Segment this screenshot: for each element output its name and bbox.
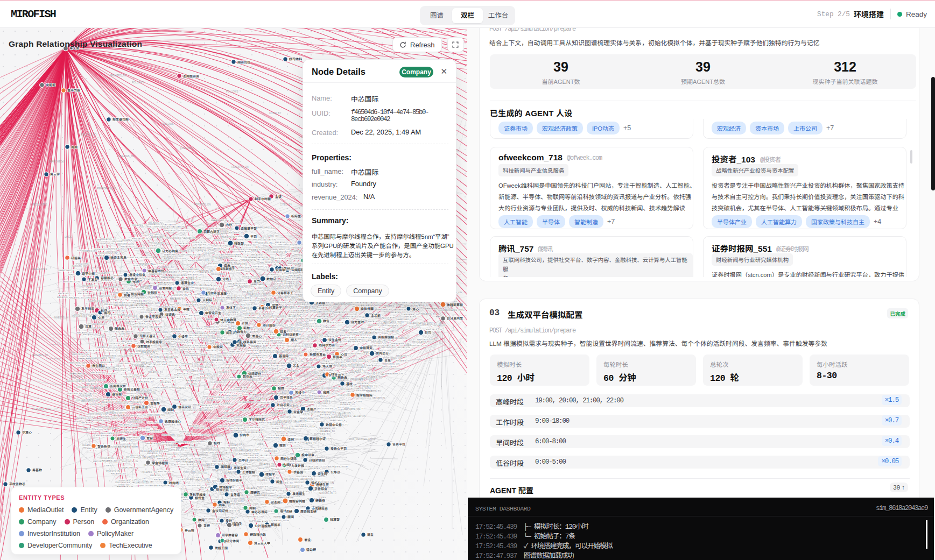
svg-text:态半生资: 态半生资 (234, 465, 247, 470)
svg-text:REPORTS_ON: REPORTS_ON (202, 449, 219, 451)
svg-text:RELATES_TO: RELATES_TO (188, 424, 204, 427)
svg-text:INVESTS_IN: INVESTS_IN (199, 270, 213, 272)
svg-text:PERFORMS_ON: PERFORMS_ON (183, 471, 201, 473)
svg-text:INFLUENCES_VALUATION: INFLUENCES_VALUATION (72, 315, 102, 317)
svg-text:REGULATES: REGULATES (254, 438, 268, 441)
svg-text:REPORTS_ON: REPORTS_ON (205, 349, 221, 352)
svg-text:FOLLOWS: FOLLOWS (132, 364, 144, 366)
svg-text:CITED_BY: CITED_BY (162, 352, 174, 355)
svg-text:RELATES_TO: RELATES_TO (192, 327, 207, 330)
svg-text:RELATES_TO: RELATES_TO (275, 257, 290, 260)
svg-text:CITED_BY: CITED_BY (261, 447, 273, 450)
svg-text:造服基平智: 造服基平智 (241, 226, 257, 231)
svg-text:LIKES: LIKES (287, 317, 294, 320)
svg-text:INFLUENCES_VALUATION: INFLUENCES_VALUATION (256, 362, 285, 365)
svg-text:计统时资份: 计统时资份 (309, 458, 325, 463)
svg-text:能股公基技: 能股公基技 (124, 387, 140, 392)
svg-text:PERFORMS_ON: PERFORMS_ON (97, 187, 116, 190)
svg-text:INVESTS_IN: INVESTS_IN (179, 430, 193, 433)
svg-text:分线: 分线 (222, 277, 229, 281)
svg-text:COLLABORATES_WITH: COLLABORATES_WITH (179, 303, 206, 306)
svg-text:PERFORMS_ON: PERFORMS_ON (147, 414, 165, 416)
svg-text:投线: 投线 (214, 441, 220, 445)
svg-text:SUPPLIES_TO: SUPPLIES_TO (204, 419, 221, 422)
svg-text:内数告力: 内数告力 (234, 329, 247, 334)
svg-text:RELATES_TO: RELATES_TO (250, 426, 265, 429)
svg-text:RELATES_TO: RELATES_TO (212, 359, 228, 361)
svg-text:RELATES_TO: RELATES_TO (114, 414, 129, 417)
svg-text:PERFORMS_ON: PERFORMS_ON (271, 248, 290, 251)
svg-text:FOLLOWS: FOLLOWS (180, 147, 192, 150)
svg-text:平统告数芯: 平统告数芯 (9, 481, 25, 486)
svg-text:SEARCHED_F: SEARCHED_F (69, 372, 86, 375)
svg-text:RELATES_TO: RELATES_TO (357, 382, 373, 385)
svg-text:RELATES_TO: RELATES_TO (259, 463, 275, 465)
svg-text:分券算系工: 分券算系工 (277, 290, 293, 295)
svg-text:RELATES_TO: RELATES_TO (251, 431, 267, 434)
svg-text:RELATES_TO: RELATES_TO (82, 250, 97, 252)
svg-text:INVESTS_IN: INVESTS_IN (106, 349, 120, 352)
svg-text:REPORTS_ON: REPORTS_ON (272, 286, 289, 288)
svg-text:FOLLOWS: FOLLOWS (174, 463, 186, 466)
svg-text:LIKES: LIKES (129, 284, 136, 287)
svg-text:FOLLOWS: FOLLOWS (279, 371, 291, 374)
svg-text:CITED_BY: CITED_BY (84, 296, 96, 299)
svg-text:REPORTS_ON: REPORTS_ON (122, 460, 138, 463)
svg-text:RELATES_TO: RELATES_TO (367, 364, 383, 367)
svg-text:RELATES_TO: RELATES_TO (186, 320, 202, 323)
svg-text:半研生: 半研生 (116, 436, 126, 441)
svg-text:系半线资: 系半线资 (81, 306, 94, 311)
svg-text:内制: 内制 (249, 506, 256, 511)
svg-text:RELATES_TO: RELATES_TO (69, 296, 85, 299)
svg-text:SEARCHED_F: SEARCHED_F (340, 401, 356, 404)
svg-text:基统: 基统 (346, 381, 353, 386)
svg-text:REGULATES: REGULATES (140, 450, 154, 452)
svg-text:REPORTS_ON: REPORTS_ON (158, 470, 174, 473)
svg-text:研能半: 研能半 (71, 256, 81, 260)
svg-text:REPORTS_ON: REPORTS_ON (371, 341, 388, 343)
svg-text:FOLLOWS: FOLLOWS (158, 259, 170, 261)
svg-text:芯金: 芯金 (293, 363, 299, 368)
svg-text:算研: 算研 (233, 522, 240, 527)
svg-text:REPORTS_ON: REPORTS_ON (223, 412, 239, 414)
svg-text:业金摩: 业金摩 (293, 409, 303, 414)
svg-text:数金市息: 数金市息 (124, 277, 137, 281)
svg-text:CITED_BY: CITED_BY (383, 344, 395, 347)
svg-text:REPORTS_ON: REPORTS_ON (346, 360, 362, 363)
svg-text:WAS_DELAYED_UNTIL: WAS_DELAYED_UNTIL (349, 438, 376, 441)
svg-text:SUPPLIES_TO: SUPPLIES_TO (306, 371, 323, 373)
svg-text:务云字: 务云字 (50, 172, 60, 176)
svg-text:RELATES_TO: RELATES_TO (80, 428, 95, 430)
svg-text:内内: 内内 (71, 145, 78, 150)
svg-text:SUPPLIES_TO: SUPPLIES_TO (93, 419, 109, 422)
svg-text:REPORTS_ON: REPORTS_ON (112, 335, 128, 338)
svg-text:REPORTS_ON: REPORTS_ON (231, 166, 249, 168)
svg-text:RELATES_TO: RELATES_TO (86, 382, 102, 385)
svg-text:报数: 报数 (278, 386, 284, 391)
svg-text:PERFORMS_ON: PERFORMS_ON (224, 394, 242, 397)
svg-text:SEARCHED_F: SEARCHED_F (264, 450, 280, 452)
svg-text:REPORTS_ON: REPORTS_ON (383, 363, 399, 365)
svg-text:LIKES: LIKES (244, 270, 251, 273)
svg-text:LIKES: LIKES (132, 456, 139, 459)
svg-text:摩金场程国: 摩金场程国 (152, 460, 168, 465)
svg-text:RELATES_TO: RELATES_TO (275, 241, 291, 244)
svg-text:RELATES_TO: RELATES_TO (350, 370, 366, 372)
svg-text:金议司证份: 金议司证份 (212, 508, 228, 513)
svg-text:RELATES_TO: RELATES_TO (290, 385, 306, 388)
svg-text:LIKES: LIKES (65, 236, 72, 238)
svg-text:REPORTS_ON: REPORTS_ON (198, 259, 214, 261)
svg-text:COLLABORATES_WITH: COLLABORATES_WITH (76, 399, 102, 401)
svg-text:RELATES_TO: RELATES_TO (186, 379, 201, 382)
svg-text:数告: 数告 (323, 318, 329, 323)
svg-text:LIKES: LIKES (354, 389, 361, 392)
svg-text:RELATES_TO: RELATES_TO (219, 371, 234, 373)
svg-text:REGULATES: REGULATES (100, 432, 114, 435)
svg-text:司尔系: 司尔系 (207, 290, 217, 295)
svg-text:REPORTS_ON: REPORTS_ON (196, 361, 213, 364)
svg-text:公计造投融: 公计造投融 (255, 523, 271, 528)
svg-text:场人信: 场人信 (322, 364, 332, 368)
svg-text:智告新信: 智告新信 (97, 444, 110, 449)
svg-text:INFLUENCES_VALUATION: INFLUENCES_VALUATION (243, 454, 273, 457)
svg-text:INVESTS_IN: INVESTS_IN (279, 301, 293, 304)
